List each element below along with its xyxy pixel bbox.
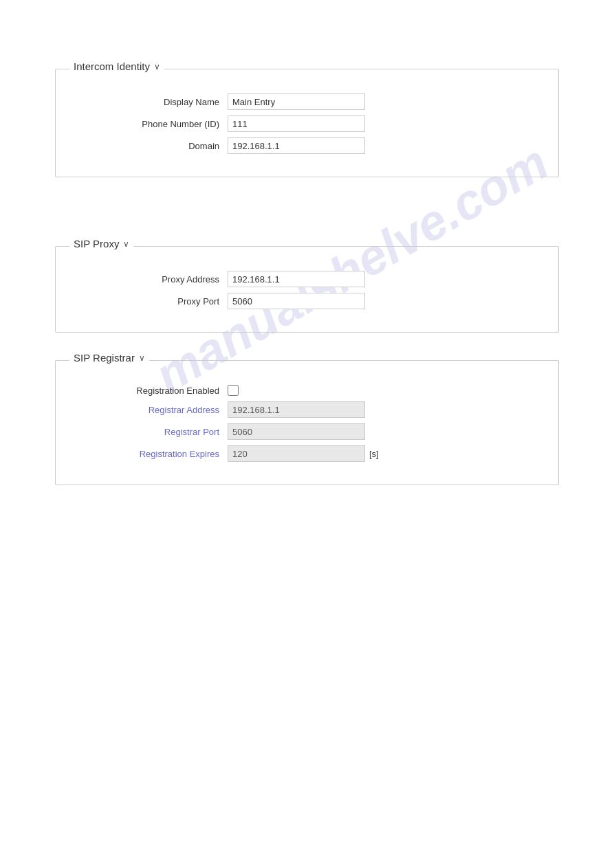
sip-registrar-form: Registration Enabled Registrar Address R… (76, 385, 538, 462)
label-proxy-address: Proxy Address (76, 274, 228, 285)
sip-proxy-header[interactable]: SIP Proxy ∨ (69, 238, 133, 249)
form-row-registration-enabled: Registration Enabled (76, 385, 538, 396)
input-display-name[interactable] (228, 93, 365, 110)
label-display-name: Display Name (76, 97, 228, 107)
input-registration-expires (228, 445, 365, 462)
form-row-display-name: Display Name (76, 93, 538, 110)
checkbox-registration-enabled[interactable] (228, 385, 239, 396)
form-row-domain: Domain (76, 137, 538, 154)
intercom-identity-header[interactable]: Intercom Identity ∨ (69, 60, 164, 72)
input-proxy-port[interactable] (228, 293, 365, 309)
form-row-proxy-address: Proxy Address (76, 271, 538, 287)
label-phone-number: Phone Number (ID) (76, 119, 228, 129)
intercom-identity-form: Display Name Phone Number (ID) Domain (76, 93, 538, 154)
sip-registrar-title: SIP Registrar (74, 352, 135, 364)
sip-proxy-chevron[interactable]: ∨ (123, 239, 129, 249)
label-proxy-port: Proxy Port (76, 296, 228, 307)
label-domain: Domain (76, 141, 228, 151)
intercom-identity-title: Intercom Identity (74, 60, 150, 72)
input-registrar-port (228, 423, 365, 440)
sip-registrar-chevron[interactable]: ∨ (139, 353, 145, 363)
sip-registrar-section: SIP Registrar ∨ Registration Enabled Reg… (55, 360, 559, 485)
sip-proxy-form: Proxy Address Proxy Port (76, 271, 538, 309)
unit-seconds: [s] (369, 449, 379, 459)
intercom-identity-section: Intercom Identity ∨ Display Name Phone N… (55, 69, 559, 177)
form-row-registration-expires: Registration Expires [s] (76, 445, 538, 462)
sip-proxy-title: SIP Proxy (74, 238, 119, 249)
input-proxy-address[interactable] (228, 271, 365, 287)
form-row-registrar-port: Registrar Port (76, 423, 538, 440)
input-domain[interactable] (228, 137, 365, 154)
intercom-identity-chevron[interactable]: ∨ (154, 62, 160, 71)
label-registration-enabled: Registration Enabled (76, 386, 228, 396)
label-registrar-port: Registrar Port (76, 427, 228, 437)
label-registration-expires: Registration Expires (76, 449, 228, 459)
label-registrar-address: Registrar Address (76, 405, 228, 415)
sip-proxy-section: SIP Proxy ∨ Proxy Address Proxy Port (55, 246, 559, 333)
form-row-phone-number: Phone Number (ID) (76, 115, 538, 132)
form-row-registrar-address: Registrar Address (76, 401, 538, 418)
sip-registrar-header[interactable]: SIP Registrar ∨ (69, 352, 149, 364)
input-phone-number[interactable] (228, 115, 365, 132)
form-row-proxy-port: Proxy Port (76, 293, 538, 309)
input-registrar-address (228, 401, 365, 418)
